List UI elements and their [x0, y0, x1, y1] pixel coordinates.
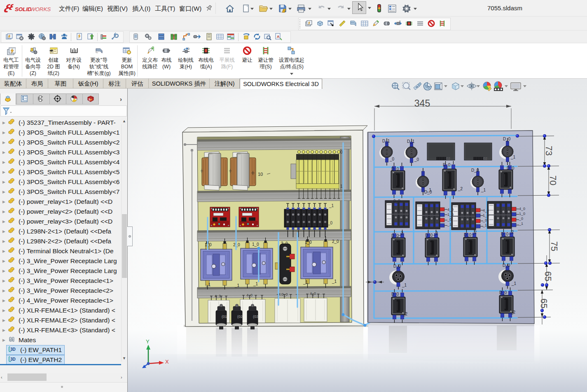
- svg-text:_2: _2: [472, 230, 477, 235]
- svg-text:_0: _0: [519, 217, 523, 221]
- svg-text:_1: _1: [482, 223, 487, 227]
- svg-text:_2: _2: [510, 310, 516, 315]
- svg-text:_2: _2: [398, 231, 404, 236]
- svg-text:1_0: 1_0: [252, 242, 259, 247]
- svg-text:_1: _1: [303, 280, 308, 285]
- svg-text:D_0: D_0: [391, 167, 399, 171]
- svg-text:A: A: [277, 35, 280, 39]
- svg-text:(03: (03: [253, 315, 258, 319]
- svg-text:70: 70: [548, 175, 558, 185]
- svg-text:4_0: 4_0: [519, 207, 525, 211]
- svg-text:_1: _1: [234, 283, 240, 288]
- svg-text:X: X: [165, 359, 169, 365]
- svg-text:_1: _1: [402, 283, 407, 287]
- svg-text:D_0: D_0: [471, 168, 479, 173]
- svg-text:_1: _1: [481, 188, 486, 192]
- svg-text:D_0: D_0: [499, 290, 507, 295]
- svg-text:D_1: D_1: [382, 139, 390, 143]
- svg-text:_0: _0: [327, 221, 333, 225]
- svg-text:0: 0: [188, 47, 189, 50]
- svg-text:D_0: D_0: [391, 292, 399, 296]
- svg-text:_2: _2: [509, 230, 514, 234]
- svg-text:D_0: D_0: [443, 163, 451, 167]
- svg-text:345: 345: [414, 98, 430, 109]
- svg-text:_0: _0: [482, 218, 487, 222]
- svg-text:1_0: 1_0: [483, 213, 489, 217]
- svg-text:_2: _2: [433, 231, 438, 236]
- svg-text:D_0: D_0: [425, 233, 433, 238]
- svg-text:3D: 3D: [10, 347, 16, 352]
- svg-text:4_0: 4_0: [246, 293, 253, 297]
- svg-text:_1: _1: [332, 279, 337, 284]
- svg-text:4:0_0: 4:0_0: [278, 292, 288, 296]
- svg-text:_1: _1: [329, 203, 334, 208]
- svg-text:1_0: 1_0: [447, 212, 454, 217]
- svg-text:Y: Y: [146, 338, 150, 345]
- svg-text:0_0: 0_0: [393, 199, 400, 203]
- svg-text:_0: _0: [414, 157, 419, 162]
- svg-text:4_0: 4_0: [215, 294, 221, 298]
- svg-text:(01: (01: [222, 315, 227, 319]
- svg-text:D_0: D_0: [424, 190, 432, 194]
- svg-text:D_0: D_0: [507, 166, 515, 170]
- svg-text:_1: _1: [510, 155, 516, 159]
- svg-text:WORKS: WORKS: [30, 6, 51, 12]
- svg-text:D_0: D_0: [393, 264, 401, 268]
- svg-text:0: 0: [399, 20, 401, 23]
- svg-text:SOLID: SOLID: [15, 6, 32, 12]
- svg-text:4_0: 4_0: [310, 292, 316, 296]
- svg-text:(02: (02: [237, 315, 243, 319]
- svg-text:10: 10: [258, 172, 263, 177]
- svg-text:73: 73: [544, 146, 554, 156]
- svg-text:_2: _2: [402, 312, 408, 316]
- svg-text:1: 1: [340, 184, 343, 189]
- svg-text:D_0: D_0: [391, 233, 399, 238]
- svg-text:_0: _0: [389, 157, 395, 161]
- svg-text:!: !: [283, 9, 285, 13]
- svg-text:_1: _1: [206, 282, 211, 287]
- svg-text:D_0: D_0: [464, 233, 472, 237]
- svg-text:3D: 3D: [10, 357, 16, 362]
- svg-text:_2: _2: [458, 187, 463, 191]
- svg-text:_1: _1: [519, 222, 523, 226]
- svg-text:_0: _0: [447, 217, 451, 222]
- svg-text:75: 75: [549, 241, 559, 251]
- svg-text:S: S: [89, 98, 91, 101]
- svg-text:0: 0: [340, 150, 343, 154]
- svg-text:D_0: D_0: [503, 137, 511, 141]
- svg-text:65: 65: [543, 271, 553, 281]
- svg-text:D_1: D_1: [407, 139, 415, 144]
- svg-text:2_0: 2_0: [332, 239, 339, 244]
- svg-text:02: 02: [446, 156, 450, 161]
- svg-text:D_0: D_0: [503, 263, 510, 268]
- svg-text:_1: _1: [447, 222, 451, 226]
- svg-text:02: 02: [483, 156, 487, 161]
- svg-text:_1: _1: [253, 282, 258, 286]
- svg-text:65: 65: [539, 299, 549, 308]
- svg-text:D_0: D_0: [501, 232, 509, 236]
- svg-text:4_0: 4_0: [483, 208, 489, 212]
- svg-text:4_0: 4_0: [447, 208, 454, 212]
- svg-text:1_0: 1_0: [305, 240, 312, 245]
- svg-text:_1: _1: [511, 281, 517, 286]
- svg-text:1_0: 1_0: [519, 212, 525, 216]
